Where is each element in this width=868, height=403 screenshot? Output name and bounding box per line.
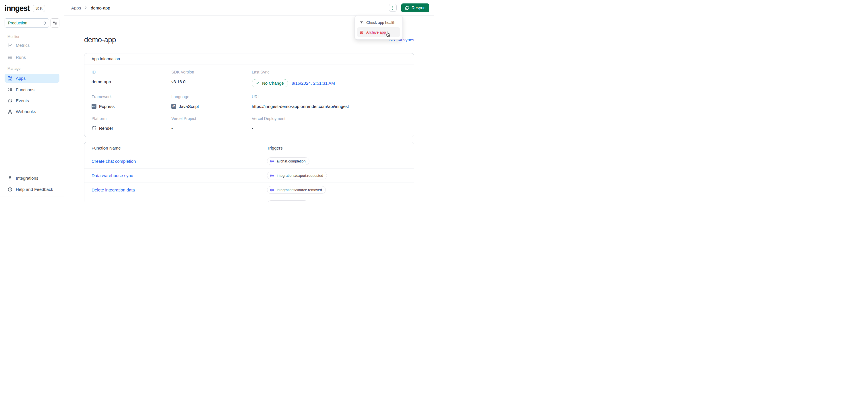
help-icon: ? <box>7 187 12 192</box>
menu-item-label: Archive app <box>366 30 386 34</box>
environment-selector[interactable]: Production <box>5 19 49 28</box>
section-label-monitor: Monitor <box>7 35 59 39</box>
table-row: Create chat completion ai/chat.completio… <box>84 154 414 168</box>
trigger-name: integrations/source.removed <box>277 188 322 192</box>
field-value: - <box>252 125 407 131</box>
field-value: Express <box>99 104 115 109</box>
field-label: ID <box>92 70 172 74</box>
sidebar-item-metrics[interactable]: Metrics <box>5 41 59 50</box>
express-icon: ex <box>92 104 96 109</box>
last-sync-date-link[interactable]: 8/16/2024, 2:51:31 AM <box>291 81 335 86</box>
menu-item-archive-app[interactable]: Archive app <box>357 27 400 37</box>
environment-value: Production <box>8 21 27 25</box>
page-title: demo-app <box>84 36 116 44</box>
section-label-manage: Manage <box>7 67 59 71</box>
sidebar-item-label: Integrations <box>16 176 38 181</box>
field-label: Vercel Deployment <box>252 116 407 121</box>
field-value: JavaScript <box>179 104 199 109</box>
sidebar-item-label: Runs <box>16 55 26 60</box>
menu-item-check-app-health[interactable]: Check app health <box>357 18 400 27</box>
event-pulse-icon <box>270 188 274 192</box>
sidebar-item-help[interactable]: ? Help and Feedback <box>5 185 59 193</box>
sidebar-item-integrations[interactable]: Integrations <box>5 174 59 182</box>
render-icon <box>92 126 96 131</box>
field-language: Language JS JavaScript <box>172 94 252 109</box>
functions-table: Function Name Triggers Create chat compl… <box>84 142 414 202</box>
logo-row: inngest ⌘ K <box>5 4 59 12</box>
field-label: Last Sync <box>252 70 407 74</box>
column-function-name: Function Name <box>92 146 267 150</box>
field-id: ID demo-app <box>92 70 172 87</box>
field-platform: Platform Render <box>92 116 172 131</box>
field-value: Render <box>99 125 113 131</box>
field-value: - <box>172 125 252 131</box>
field-framework: Framework ex Express <box>92 94 172 109</box>
function-link[interactable]: Data warehouse sync <box>92 173 133 178</box>
sidebar-item-label: Webhooks <box>16 109 36 114</box>
sidebar-item-events[interactable]: Events <box>5 96 59 105</box>
sliders-icon <box>53 21 57 26</box>
table-row: Data warehouse sync integrations/export.… <box>84 168 414 183</box>
apps-icon <box>7 76 12 81</box>
sidebar-item-label: Functions <box>16 87 34 92</box>
field-label: URL <box>252 94 407 99</box>
metrics-icon <box>7 43 12 48</box>
trigger-name: ai/chat.completion <box>277 159 306 163</box>
topbar: Apps demo-app Resync <box>64 0 434 16</box>
archive-icon <box>360 30 364 34</box>
field-label: SDK Version <box>172 70 252 74</box>
field-vercel-project: Vercel Project - <box>172 116 252 131</box>
field-value: https://inngest-demo-app.onrender.com/ap… <box>252 104 407 109</box>
column-triggers: Triggers <box>267 146 407 150</box>
field-label: Vercel Project <box>172 116 252 121</box>
app-actions-menu-button[interactable] <box>389 4 397 12</box>
resync-button[interactable]: Resync <box>401 3 429 12</box>
menu-item-label: Check app health <box>366 20 395 25</box>
sidebar-item-runs[interactable]: Runs <box>5 53 59 61</box>
trigger-pill: ai/chat.completion <box>267 157 309 165</box>
breadcrumb-apps[interactable]: Apps <box>71 5 81 10</box>
table-row: Generate video transcript ai/video.uploa… <box>84 197 414 202</box>
table-row: Delete integration data integrations/sou… <box>84 183 414 197</box>
health-kit-icon <box>360 20 364 25</box>
no-change-label: No Change <box>262 81 284 86</box>
sidebar-item-label: Metrics <box>16 43 30 48</box>
field-last-sync: Last Sync No Change 8/16/2024, 2:51:31 A… <box>252 70 407 87</box>
sidebar-item-label: Apps <box>16 76 26 81</box>
resync-icon <box>405 6 409 10</box>
field-vercel-deployment: Vercel Deployment - <box>252 116 407 131</box>
trigger-pill: integrations/export.requested <box>267 172 327 179</box>
plug-icon <box>7 176 12 181</box>
javascript-icon: JS <box>172 104 176 109</box>
resync-label: Resync <box>412 5 425 10</box>
sidebar-item-functions[interactable]: Functions <box>5 86 59 94</box>
field-label: Framework <box>92 94 172 99</box>
trigger-name: integrations/export.requested <box>277 174 323 178</box>
function-link[interactable]: Delete integration data <box>92 187 135 192</box>
sidebar-item-label: Events <box>16 98 29 103</box>
app-actions-dropdown: Check app health Archive app <box>354 16 403 40</box>
field-label: Platform <box>92 116 172 121</box>
app-information-title: App Information <box>84 53 414 65</box>
functions-icon <box>7 87 12 92</box>
breadcrumb: Apps demo-app <box>71 5 110 10</box>
no-change-badge: No Change <box>252 79 288 87</box>
event-pulse-icon <box>270 159 274 163</box>
events-icon <box>7 98 12 103</box>
trigger-pill: ai/video.uploaded <box>267 200 309 202</box>
svg-text:?: ? <box>9 188 11 191</box>
function-link[interactable]: Create chat completion <box>92 159 136 164</box>
chevron-updown-icon <box>43 21 46 25</box>
sidebar-item-apps[interactable]: Apps <box>5 74 59 83</box>
sidebar-footer-divider <box>0 197 64 202</box>
sidebar-item-label: Help and Feedback <box>16 187 53 192</box>
field-label: Language <box>172 94 252 99</box>
breadcrumb-current: demo-app <box>91 5 110 10</box>
env-filter-button[interactable] <box>51 19 59 28</box>
event-pulse-icon <box>270 174 274 178</box>
runs-icon <box>7 55 12 60</box>
command-k-shortcut[interactable]: ⌘ K <box>33 5 45 12</box>
sidebar-item-webhooks[interactable]: Webhooks <box>5 107 59 116</box>
inngest-logo: inngest <box>5 4 30 13</box>
webhook-icon <box>7 109 12 114</box>
